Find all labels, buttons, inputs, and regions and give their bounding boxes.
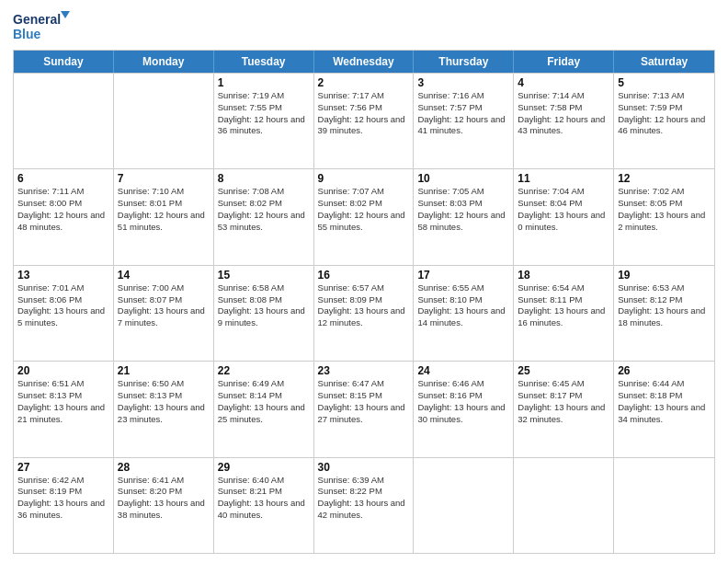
- logo: General Blue: [13, 9, 77, 44]
- cell-sun-info: Sunrise: 6:51 AM Sunset: 8:13 PM Dayligh…: [17, 378, 109, 425]
- calendar-row: 1Sunrise: 7:19 AM Sunset: 7:55 PM Daylig…: [14, 73, 714, 168]
- cell-sun-info: Sunrise: 6:57 AM Sunset: 8:09 PM Dayligh…: [318, 282, 410, 329]
- svg-marker-1: [61, 11, 70, 18]
- cell-sun-info: Sunrise: 7:17 AM Sunset: 7:56 PM Dayligh…: [318, 90, 410, 137]
- calendar-cell: 23Sunrise: 6:47 AM Sunset: 8:15 PM Dayli…: [314, 362, 415, 456]
- calendar-cell: 8Sunrise: 7:08 AM Sunset: 8:02 PM Daylig…: [214, 169, 314, 264]
- cell-sun-info: Sunrise: 7:16 AM Sunset: 7:57 PM Dayligh…: [417, 90, 509, 137]
- calendar-cell: 29Sunrise: 6:40 AM Sunset: 8:21 PM Dayli…: [214, 458, 314, 553]
- cell-date-number: 14: [118, 269, 210, 282]
- calendar-cell: 20Sunrise: 6:51 AM Sunset: 8:13 PM Dayli…: [14, 362, 114, 456]
- calendar-cell: 24Sunrise: 6:46 AM Sunset: 8:16 PM Dayli…: [414, 362, 514, 456]
- cell-date-number: 3: [417, 76, 509, 89]
- weekday-header: Sunday: [14, 51, 114, 73]
- cell-date-number: 29: [218, 461, 310, 474]
- calendar-cell: 14Sunrise: 7:00 AM Sunset: 8:07 PM Dayli…: [114, 266, 214, 361]
- logo-svg: General Blue: [13, 9, 77, 44]
- calendar-cell: 26Sunrise: 6:44 AM Sunset: 8:18 PM Dayli…: [614, 362, 714, 456]
- calendar-cell: 9Sunrise: 7:07 AM Sunset: 8:02 PM Daylig…: [314, 169, 415, 264]
- cell-sun-info: Sunrise: 6:54 AM Sunset: 8:11 PM Dayligh…: [518, 282, 609, 329]
- calendar-body: 1Sunrise: 7:19 AM Sunset: 7:55 PM Daylig…: [14, 73, 714, 553]
- cell-date-number: 7: [118, 172, 210, 185]
- weekday-header: Monday: [114, 51, 214, 73]
- cell-date-number: 16: [318, 269, 410, 282]
- calendar: SundayMondayTuesdayWednesdayThursdayFrid…: [13, 50, 715, 554]
- cell-sun-info: Sunrise: 7:19 AM Sunset: 7:55 PM Dayligh…: [218, 90, 310, 137]
- svg-text:General: General: [13, 12, 61, 27]
- calendar-cell: 21Sunrise: 6:50 AM Sunset: 8:13 PM Dayli…: [114, 362, 214, 456]
- calendar-cell: 5Sunrise: 7:13 AM Sunset: 7:59 PM Daylig…: [614, 74, 714, 168]
- cell-sun-info: Sunrise: 6:53 AM Sunset: 8:12 PM Dayligh…: [618, 282, 711, 329]
- calendar-cell: [14, 74, 114, 168]
- cell-date-number: 13: [17, 269, 109, 282]
- calendar-cell: 22Sunrise: 6:49 AM Sunset: 8:14 PM Dayli…: [214, 362, 314, 456]
- cell-sun-info: Sunrise: 6:39 AM Sunset: 8:22 PM Dayligh…: [318, 475, 410, 522]
- cell-date-number: 6: [17, 172, 109, 185]
- cell-sun-info: Sunrise: 6:50 AM Sunset: 8:13 PM Dayligh…: [118, 378, 210, 425]
- calendar-cell: 19Sunrise: 6:53 AM Sunset: 8:12 PM Dayli…: [614, 266, 714, 361]
- calendar-cell: 10Sunrise: 7:05 AM Sunset: 8:03 PM Dayli…: [414, 169, 514, 264]
- cell-date-number: 27: [17, 461, 109, 474]
- cell-date-number: 5: [618, 76, 711, 89]
- cell-sun-info: Sunrise: 6:49 AM Sunset: 8:14 PM Dayligh…: [218, 378, 310, 425]
- cell-sun-info: Sunrise: 6:58 AM Sunset: 8:08 PM Dayligh…: [218, 282, 310, 329]
- calendar-cell: 2Sunrise: 7:17 AM Sunset: 7:56 PM Daylig…: [314, 74, 415, 168]
- calendar-cell: 17Sunrise: 6:55 AM Sunset: 8:10 PM Dayli…: [414, 266, 514, 361]
- cell-date-number: 20: [17, 364, 109, 377]
- cell-date-number: 18: [518, 269, 609, 282]
- cell-sun-info: Sunrise: 7:00 AM Sunset: 8:07 PM Dayligh…: [118, 282, 210, 329]
- calendar-cell: 25Sunrise: 6:45 AM Sunset: 8:17 PM Dayli…: [514, 362, 614, 456]
- cell-date-number: 26: [618, 364, 711, 377]
- calendar-cell: [414, 458, 514, 553]
- cell-date-number: 28: [118, 461, 210, 474]
- cell-sun-info: Sunrise: 7:11 AM Sunset: 8:00 PM Dayligh…: [17, 186, 109, 233]
- cell-sun-info: Sunrise: 6:46 AM Sunset: 8:16 PM Dayligh…: [417, 378, 509, 425]
- cell-sun-info: Sunrise: 7:13 AM Sunset: 7:59 PM Dayligh…: [618, 90, 711, 137]
- cell-sun-info: Sunrise: 7:05 AM Sunset: 8:03 PM Dayligh…: [417, 186, 509, 233]
- calendar-cell: [514, 458, 614, 553]
- calendar-cell: 4Sunrise: 7:14 AM Sunset: 7:58 PM Daylig…: [514, 74, 614, 168]
- calendar-cell: 12Sunrise: 7:02 AM Sunset: 8:05 PM Dayli…: [614, 169, 714, 264]
- calendar-header-row: SundayMondayTuesdayWednesdayThursdayFrid…: [14, 51, 714, 73]
- cell-sun-info: Sunrise: 6:41 AM Sunset: 8:20 PM Dayligh…: [118, 475, 210, 522]
- calendar-cell: 11Sunrise: 7:04 AM Sunset: 8:04 PM Dayli…: [514, 169, 614, 264]
- calendar-cell: 18Sunrise: 6:54 AM Sunset: 8:11 PM Dayli…: [514, 266, 614, 361]
- cell-sun-info: Sunrise: 7:08 AM Sunset: 8:02 PM Dayligh…: [218, 186, 310, 233]
- cell-date-number: 12: [618, 172, 711, 185]
- weekday-header: Saturday: [614, 51, 714, 73]
- cell-date-number: 11: [518, 172, 609, 185]
- cell-sun-info: Sunrise: 7:10 AM Sunset: 8:01 PM Dayligh…: [118, 186, 210, 233]
- calendar-row: 27Sunrise: 6:42 AM Sunset: 8:19 PM Dayli…: [14, 457, 714, 553]
- calendar-cell: 7Sunrise: 7:10 AM Sunset: 8:01 PM Daylig…: [114, 169, 214, 264]
- cell-date-number: 15: [218, 269, 310, 282]
- calendar-cell: 30Sunrise: 6:39 AM Sunset: 8:22 PM Dayli…: [314, 458, 415, 553]
- weekday-header: Friday: [514, 51, 614, 73]
- calendar-cell: 27Sunrise: 6:42 AM Sunset: 8:19 PM Dayli…: [14, 458, 114, 553]
- svg-text:Blue: Blue: [13, 27, 41, 41]
- cell-date-number: 30: [318, 461, 410, 474]
- calendar-cell: 6Sunrise: 7:11 AM Sunset: 8:00 PM Daylig…: [14, 169, 114, 264]
- cell-sun-info: Sunrise: 7:01 AM Sunset: 8:06 PM Dayligh…: [17, 282, 109, 329]
- cell-date-number: 2: [318, 76, 410, 89]
- weekday-header: Tuesday: [214, 51, 314, 73]
- weekday-header: Thursday: [414, 51, 514, 73]
- cell-date-number: 24: [417, 364, 509, 377]
- cell-date-number: 4: [518, 76, 609, 89]
- cell-date-number: 23: [318, 364, 410, 377]
- calendar-row: 6Sunrise: 7:11 AM Sunset: 8:00 PM Daylig…: [14, 168, 714, 264]
- calendar-cell: 16Sunrise: 6:57 AM Sunset: 8:09 PM Dayli…: [314, 266, 415, 361]
- cell-sun-info: Sunrise: 6:47 AM Sunset: 8:15 PM Dayligh…: [318, 378, 410, 425]
- calendar-row: 20Sunrise: 6:51 AM Sunset: 8:13 PM Dayli…: [14, 361, 714, 456]
- cell-date-number: 9: [318, 172, 410, 185]
- cell-date-number: 22: [218, 364, 310, 377]
- calendar-cell: 1Sunrise: 7:19 AM Sunset: 7:55 PM Daylig…: [214, 74, 314, 168]
- calendar-cell: [614, 458, 714, 553]
- weekday-header: Wednesday: [314, 51, 415, 73]
- cell-date-number: 1: [218, 76, 310, 89]
- calendar-row: 13Sunrise: 7:01 AM Sunset: 8:06 PM Dayli…: [14, 265, 714, 361]
- cell-sun-info: Sunrise: 6:45 AM Sunset: 8:17 PM Dayligh…: [518, 378, 609, 425]
- cell-sun-info: Sunrise: 7:04 AM Sunset: 8:04 PM Dayligh…: [518, 186, 609, 233]
- calendar-cell: 13Sunrise: 7:01 AM Sunset: 8:06 PM Dayli…: [14, 266, 114, 361]
- cell-date-number: 19: [618, 269, 711, 282]
- cell-sun-info: Sunrise: 6:44 AM Sunset: 8:18 PM Dayligh…: [618, 378, 711, 425]
